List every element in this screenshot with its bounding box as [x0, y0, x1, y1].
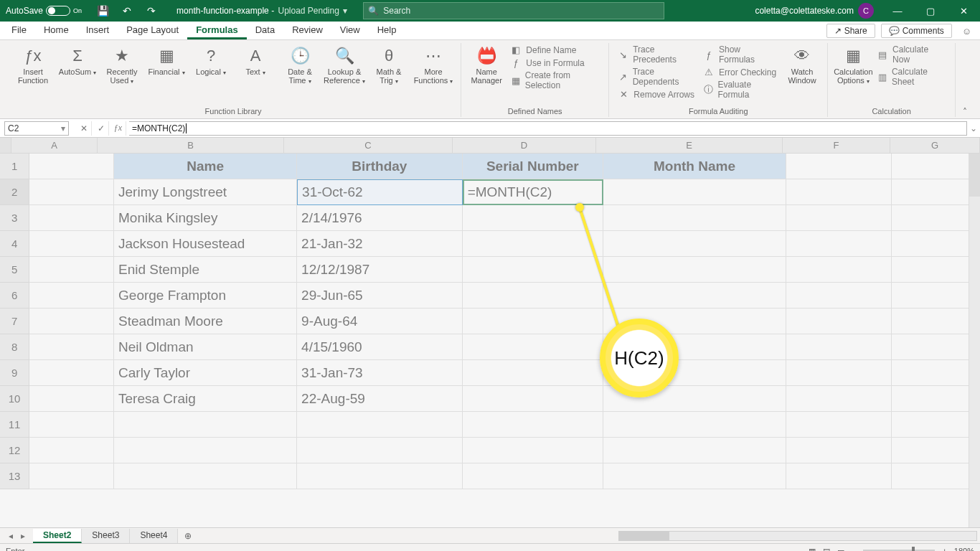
cell-F6[interactable] — [786, 283, 892, 309]
trace-dependents-button[interactable]: ↗Trace Dependents — [618, 67, 696, 87]
calculate-sheet-button[interactable]: ▥Calculate Sheet — [877, 67, 946, 87]
cell-A7[interactable] — [29, 309, 114, 334]
cancel-formula-button[interactable]: ✕ — [76, 121, 92, 136]
maximize-button[interactable]: ▢ — [914, 0, 947, 22]
column-header-D[interactable]: D — [453, 138, 596, 153]
cell-B3[interactable]: Monika Kingsley — [114, 205, 297, 231]
date-time-button[interactable]: 🕒Date &Time ▾ — [278, 43, 321, 88]
cell-F2[interactable] — [786, 179, 892, 205]
row-header-3[interactable]: 3 — [0, 205, 29, 231]
calculation-options-button[interactable]: ▦CalculationOptions ▾ — [834, 43, 872, 88]
cell-A13[interactable] — [29, 463, 114, 489]
cell-D4[interactable] — [463, 231, 603, 257]
sheet-tab-sheet2[interactable]: Sheet2 — [33, 529, 82, 543]
logical-button[interactable]: ?Logical ▾ — [189, 43, 232, 79]
row-header-11[interactable]: 11 — [0, 412, 29, 438]
error-checking-button[interactable]: ⚠Error Checking — [703, 67, 778, 77]
cell-C7[interactable]: 9-Aug-64 — [297, 309, 463, 334]
select-all-corner[interactable] — [0, 138, 11, 153]
cell-A5[interactable] — [29, 257, 114, 283]
cell-C5[interactable]: 12/12/1987 — [297, 257, 463, 283]
row-header-4[interactable]: 4 — [0, 231, 29, 257]
cell-A12[interactable] — [29, 438, 114, 463]
tab-review[interactable]: Review — [283, 22, 331, 39]
name-manager-button[interactable]: 📛NameManager — [467, 43, 506, 88]
insert-function-button[interactable]: ƒxInsertFunction — [11, 43, 55, 88]
zoom-out-button[interactable]: – — [852, 547, 856, 551]
column-header-A[interactable]: A — [11, 138, 98, 153]
horizontal-scrollbar[interactable] — [198, 531, 980, 541]
zoom-level[interactable]: 180% — [954, 547, 974, 551]
cell-F4[interactable] — [786, 231, 892, 257]
cell-F13[interactable] — [786, 463, 892, 489]
cell-F3[interactable] — [786, 205, 892, 231]
cell-A4[interactable] — [29, 231, 114, 257]
math-trig-button[interactable]: θMath &Trig ▾ — [367, 43, 410, 88]
trace-precedents-button[interactable]: ↘Trace Precedents — [618, 44, 696, 65]
row-header-5[interactable]: 5 — [0, 257, 29, 283]
enter-formula-button[interactable]: ✓ — [93, 121, 109, 136]
tab-data[interactable]: Data — [247, 22, 283, 39]
cell-D1[interactable]: Serial Number — [463, 154, 603, 179]
cell-E6[interactable] — [603, 283, 786, 309]
cell-F11[interactable] — [786, 412, 892, 438]
tab-formulas[interactable]: Formulas — [187, 22, 247, 39]
cell-D11[interactable] — [463, 412, 603, 438]
cell-A6[interactable] — [29, 283, 114, 309]
new-sheet-button[interactable]: ⊕ — [178, 531, 198, 541]
cell-C11[interactable] — [297, 412, 463, 438]
cell-B5[interactable]: Enid Stemple — [114, 257, 297, 283]
row-header-2[interactable]: 2 — [0, 179, 29, 205]
cell-G10[interactable] — [892, 386, 980, 412]
row-header-9[interactable]: 9 — [0, 360, 29, 386]
cell-E1[interactable]: Month Name — [603, 154, 786, 179]
cell-A10[interactable] — [29, 386, 114, 412]
cell-C1[interactable]: Birthday — [297, 154, 463, 179]
financial-button[interactable]: ▦Financial ▾ — [145, 43, 188, 79]
fx-icon[interactable]: ƒx — [110, 121, 126, 136]
expand-formula-bar-button[interactable]: ⌄ — [967, 123, 980, 133]
column-header-F[interactable]: F — [783, 138, 890, 153]
smiley-icon[interactable]: ☺ — [958, 26, 976, 37]
cell-B1[interactable]: Name — [114, 154, 297, 179]
cell-D5[interactable] — [463, 257, 603, 283]
cell-D7[interactable] — [463, 309, 603, 334]
redo-icon[interactable]: ↷ — [142, 3, 161, 19]
cell-F5[interactable] — [786, 257, 892, 283]
cell-D6[interactable] — [463, 283, 603, 309]
cell-C4[interactable]: 21-Jan-32 — [297, 231, 463, 257]
column-header-B[interactable]: B — [98, 138, 284, 153]
cell-E3[interactable] — [603, 205, 786, 231]
cell-B2[interactable]: Jerimy Longstreet — [114, 179, 297, 205]
use-in-formula-button[interactable]: ƒUse in Formula — [510, 57, 600, 68]
cell-F9[interactable] — [786, 360, 892, 386]
cell-F8[interactable] — [786, 334, 892, 360]
cell-B7[interactable]: Steadman Moore — [114, 309, 297, 334]
evaluate-formula-button[interactable]: ⓘEvaluate Formula — [703, 80, 778, 100]
tab-file[interactable]: File — [3, 22, 35, 39]
toggle-switch[interactable] — [46, 6, 70, 16]
column-header-C[interactable]: C — [284, 138, 453, 153]
cell-B4[interactable]: Jackson Housestead — [114, 231, 297, 257]
cell-G1[interactable] — [892, 154, 980, 179]
cell-G6[interactable] — [892, 283, 980, 309]
comments-button[interactable]: 💬Comments — [881, 24, 952, 38]
cell-E4[interactable] — [603, 231, 786, 257]
share-button[interactable]: ↗Share — [826, 24, 875, 38]
cell-B9[interactable]: Carly Taylor — [114, 360, 297, 386]
cell-C6[interactable]: 29-Jun-65 — [297, 283, 463, 309]
formula-input[interactable]: =MONTH(C2) — [129, 121, 967, 136]
save-icon[interactable]: 💾 — [93, 3, 112, 19]
cell-A8[interactable] — [29, 334, 114, 360]
close-button[interactable]: ✕ — [947, 0, 980, 22]
cell-D9[interactable] — [463, 360, 603, 386]
cell-E5[interactable] — [603, 257, 786, 283]
cell-E12[interactable] — [603, 438, 786, 463]
row-header-12[interactable]: 12 — [0, 438, 29, 463]
more-functions-button[interactable]: ⋯MoreFunctions ▾ — [412, 43, 455, 88]
cell-C3[interactable]: 2/14/1976 — [297, 205, 463, 231]
autosave-toggle[interactable]: AutoSave On — [0, 6, 88, 16]
cell-A11[interactable] — [29, 412, 114, 438]
cell-B13[interactable] — [114, 463, 297, 489]
cell-A1[interactable] — [29, 154, 114, 179]
